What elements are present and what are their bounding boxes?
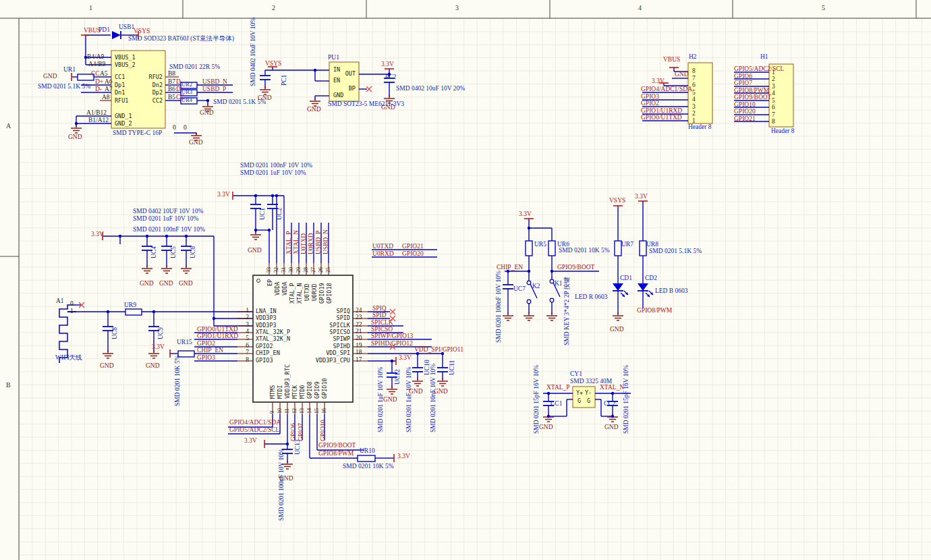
pin-name-label[interactable]: Dp1 — [115, 82, 125, 88]
gnd-label[interactable]: GND — [258, 95, 272, 102]
net-label[interactable]: GPIO9/BOOT — [734, 94, 771, 101]
net-label[interactable]: GPIO21 — [402, 244, 424, 250]
pin-label[interactable]: 5 — [246, 335, 249, 342]
net-label[interactable]: GPIO8/PWM — [637, 308, 672, 314]
pin-name-label[interactable]: GPIO18 — [327, 283, 333, 304]
pin-label[interactable]: 31 — [281, 267, 287, 273]
net-label[interactable]: GPIO21 — [734, 116, 756, 123]
pin-name-label[interactable]: Y+ — [576, 390, 583, 396]
net-label[interactable]: GPIO8/PWM — [318, 451, 354, 457]
pin-label[interactable]: 8 — [246, 357, 249, 364]
net-label[interactable]: XTAL_P — [546, 385, 570, 391]
net-label[interactable]: USBD_P — [316, 231, 322, 254]
net-label[interactable]: CHIP_EN — [197, 347, 223, 354]
designator-value-label[interactable]: UR15 — [177, 339, 192, 346]
pin-name-label[interactable]: VDD3P3_CPU — [316, 358, 350, 364]
designator-value-label[interactable]: LED B 0603 — [655, 288, 688, 295]
net-label[interactable]: CC — [91, 71, 100, 78]
pin-name-label[interactable]: SPIHD — [333, 343, 350, 349]
net-label[interactable]: D+ — [95, 79, 103, 86]
pin-name-label[interactable]: BP — [349, 86, 356, 92]
pin-label[interactable]: A8 — [102, 94, 110, 101]
power-label[interactable]: 3.3V — [399, 355, 412, 362]
gnd-label[interactable]: GND — [307, 107, 321, 113]
pin-label[interactable]: 14 — [307, 408, 312, 414]
designator-value-label[interactable]: UR10 — [360, 448, 375, 455]
net-label[interactable]: GPIO9/BOOT — [318, 443, 356, 449]
designator-value-label[interactable]: SMD KEY 3*4*2 2P 按键 — [564, 277, 571, 345]
pin-name-label[interactable]: MTMS — [270, 385, 276, 399]
pin-label[interactable]: B1/A12 — [88, 117, 109, 124]
pin-name-label[interactable]: CC1 — [115, 74, 125, 80]
pin-name-label[interactable]: CC2 — [152, 98, 163, 104]
pin-label[interactable]: 0 — [173, 125, 176, 132]
pin-label[interactable]: 10 — [277, 408, 283, 414]
designator-value-label[interactable]: Header 8 — [771, 128, 795, 135]
designator-value-label[interactable]: UC12 — [395, 369, 401, 385]
power-label[interactable]: 3.3V — [635, 194, 648, 200]
net-label[interactable]: GPIO10 — [320, 420, 327, 441]
designator-value-label[interactable]: UR4 — [181, 97, 192, 103]
designator-value-label[interactable]: SMD TYPE-C 16P — [113, 130, 162, 137]
net-label[interactable]: GPIO0/U1TXD — [641, 115, 682, 121]
designator-value-label[interactable]: SMD 0201 100nF 10V 10% — [496, 271, 503, 343]
net-label[interactable]: GPIO6 — [291, 423, 298, 441]
designator-value-label[interactable]: CD2 — [645, 275, 657, 282]
designator-value-label[interactable]: UC13 — [295, 439, 302, 455]
net-label[interactable]: GPIO3 — [197, 355, 215, 362]
net-label[interactable]: USBD_P — [202, 86, 226, 93]
designator-value-label[interactable]: LED R 0603 — [575, 294, 608, 301]
pin-name-label[interactable]: SPICSO — [329, 329, 350, 335]
pin-name-label[interactable]: VDD3P3 — [256, 315, 277, 321]
gnd-label[interactable]: GND — [279, 476, 293, 482]
designator-value-label[interactable]: PC1 — [281, 75, 288, 86]
pin-name-label[interactable]: U0TXD — [304, 283, 310, 301]
pin-name-label[interactable]: VDDA — [275, 282, 281, 296]
net-label[interactable]: GPIO20 — [402, 251, 424, 258]
designator-value-label[interactable]: SMD 0201 100nF 10V 10% — [133, 227, 205, 233]
pin-name-label[interactable]: SPIWP — [333, 336, 350, 342]
pin-label[interactable]: 0 — [184, 125, 187, 132]
pin-name-label[interactable]: GND_1 — [115, 113, 132, 119]
designator-value-label[interactable]: SMD SOD323 BAT60J (ST意法半导体) — [128, 36, 234, 43]
power-label[interactable]: 3.3V — [91, 231, 104, 238]
net-label[interactable]: XTAL_N — [600, 385, 624, 391]
pin-name-label[interactable]: Dn1 — [115, 90, 125, 96]
pin-label[interactable]: 17 — [356, 357, 362, 364]
designator-value-label[interactable]: H2 — [689, 54, 697, 61]
net-label[interactable]: USBD_N — [323, 229, 330, 254]
designator-value-label[interactable]: SMD 0201 10K 5% — [343, 464, 394, 470]
designator-value-label[interactable]: SMD 0201 5.1K 5% — [649, 248, 702, 255]
designator-value-label[interactable]: SMD 0201 10K 5% — [559, 248, 610, 254]
pin-name-label[interactable]: OUT — [345, 71, 356, 77]
power-label[interactable]: 3.3V — [381, 61, 394, 68]
net-label[interactable]: GPIO9/BOOT — [557, 264, 594, 271]
gnd-label[interactable]: GND — [146, 363, 160, 370]
pin-name-label[interactable]: XTAL_32K_P — [256, 329, 290, 335]
pin-name-label[interactable]: GPIO19 — [319, 283, 325, 304]
designator-value-label[interactable]: SMD 0201 1uF 10V 10% — [133, 216, 198, 223]
pin-name-label[interactable]: G — [587, 398, 590, 404]
schematic-editor-canvas[interactable]: VBUSPD1USB1VSYSSMD SOD323 BAT60J (ST意法半导… — [0, 0, 931, 560]
power-label[interactable]: 3.3V — [397, 453, 410, 460]
designator-value-label[interactable]: SMD 0201 100nF 10V 10% — [279, 449, 285, 521]
designator-value-label[interactable]: UC8 — [112, 327, 119, 339]
pin-name-label[interactable]: RFU1 — [115, 98, 128, 104]
gnd-label[interactable]: GND — [604, 424, 619, 431]
pin-name-label[interactable]: LNA_IN — [256, 308, 277, 314]
pin-name-label[interactable]: GND — [333, 92, 343, 99]
net-label[interactable]: U0TXD — [301, 233, 308, 254]
gnd-label[interactable]: GND — [43, 74, 57, 80]
pin-name-label[interactable]: SPID — [337, 315, 350, 321]
pin-label[interactable]: 2 — [246, 314, 249, 321]
pin-label[interactable]: A1/B12 — [86, 110, 107, 117]
designator-value-label[interactable]: SMD 0201 10K 5% — [175, 355, 181, 406]
pin-label[interactable]: 18 — [356, 349, 362, 356]
gnd-label[interactable]: GND — [189, 140, 203, 146]
gnd-label[interactable]: GND — [409, 389, 423, 395]
pin-label[interactable]: 15 — [314, 408, 320, 414]
designator-value-label[interactable]: WIFI天线 — [55, 355, 82, 362]
pin-name-label[interactable]: G — [577, 398, 581, 404]
gnd-label[interactable]: GND — [539, 424, 553, 431]
pin-label[interactable]: 16 — [322, 408, 327, 414]
